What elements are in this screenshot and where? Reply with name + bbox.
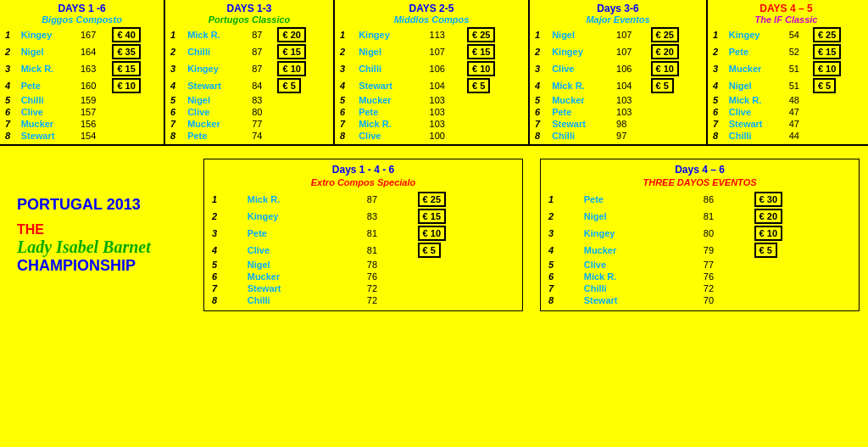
rank-cell: 3 [337,60,356,77]
rank-cell: 1 [532,26,549,43]
name-cell: Nigel [549,26,614,43]
table-row: 6Mick R.76 [545,271,854,282]
score-cell: 52 [787,43,810,60]
rank-cell: 1 [3,26,19,43]
table-row: 3Mick R.163€ 15 [3,60,161,77]
prize-cell: € 5 [465,77,526,94]
table-row: 6Clive80 [168,106,331,118]
rank-cell: 6 [3,106,19,118]
rank-cell: 4 [532,77,549,94]
prize-cell-empty [648,94,704,106]
name-cell: Chilli [356,60,426,77]
prize-cell-empty [810,94,862,106]
score-cell: 104 [614,77,648,94]
rank-cell: 7 [710,118,726,130]
prize-cell: € 25 [648,26,704,43]
name-cell: Kingey [726,26,787,43]
name-cell: Chilli [549,130,614,142]
table-row: 8Chilli97 [532,130,704,142]
score-cell: 77 [700,259,751,271]
prize-cell: € 10 [465,60,526,77]
name-cell: Mucker [19,118,78,130]
rank-cell: 6 [710,106,726,118]
name-cell: Clive [244,242,364,259]
prize-cell-empty [648,130,704,142]
rank-cell: 2 [337,43,356,60]
table-row: 1Mick R.87€ 25 [209,191,518,208]
prize-cell-empty [648,118,704,130]
name-cell: Nigel [356,43,426,60]
board-days1-6: DAYS 1 -6Biggos Composto1Kingey167€ 402N… [0,0,165,144]
sub-board-title-days1-4-6: Days 1 - 4 - 6 [209,164,518,176]
portugal-title: PORTUGAL 2013 [17,196,186,214]
lady-label: Lady Isabel Barnet [17,237,186,257]
prize-cell-empty [648,106,704,118]
name-cell: Clive [356,130,426,142]
score-cell: 81 [364,242,415,259]
rank-cell: 7 [168,118,185,130]
sub-board-subtitle-days4-6: THREE DAYOS EVENTOS [545,177,854,187]
name-cell: Nigel [726,77,787,94]
table-row: 5Chilli159 [3,94,161,106]
table-row: 2Kingey107€ 20 [532,43,704,60]
rank-cell: 8 [545,294,581,306]
score-cell: 70 [700,294,751,306]
name-cell: Stewart [19,130,78,142]
table-row: 4Clive81€ 5 [209,242,518,259]
rank-cell: 8 [710,130,726,142]
name-cell: Mick R. [549,77,614,94]
score-cell: 47 [787,106,810,118]
name-cell: Mucker [549,94,614,106]
prize-cell: € 10 [109,77,161,94]
championship-label: CHAMPIONSHIP [17,257,186,275]
bottom-section: PORTUGAL 2013 THE Lady Isabel Barnet CHA… [0,146,868,324]
prize-cell: € 5 [648,77,704,94]
score-cell: 87 [249,60,275,77]
table-row: 7Stewart98 [532,118,704,130]
name-cell: Stewart [185,77,249,94]
score-cell: 103 [427,106,465,118]
sub-board-title-days4-6: Days 4 – 6 [545,164,854,176]
score-cell: 163 [78,60,109,77]
table-row: 1Nigel107€ 25 [532,26,704,43]
score-cell: 76 [700,271,751,282]
table-row: 4Stewart84€ 5 [168,77,331,94]
score-cell: 103 [614,94,648,106]
name-cell: Mucker [726,60,787,77]
prize-cell: € 15 [275,43,331,60]
prize-cell: € 15 [810,43,862,60]
table-row: 7Mucker77 [168,118,331,130]
prize-cell-empty [109,106,161,118]
name-cell: Nigel [19,43,78,60]
name-cell: Mick R. [356,118,426,130]
prize-cell-empty [415,271,518,282]
score-cell: 97 [614,130,648,142]
prize-cell: € 10 [275,60,331,77]
table-row: 2Nigel107€ 15 [337,43,526,60]
table-row: 5Mucker103 [337,94,526,106]
prize-cell: € 20 [648,43,704,60]
table-row: 3Mucker51€ 10 [710,60,862,77]
board-title-days3-6: Days 3-6 [532,3,704,14]
rank-cell: 8 [209,294,244,306]
name-cell: Clive [185,106,249,118]
name-cell: Clive [726,106,787,118]
rank-cell: 7 [545,282,581,294]
rank-cell: 8 [3,130,19,142]
table-row: 1Kingey54€ 25 [710,26,862,43]
rank-cell: 1 [710,26,726,43]
rank-cell: 6 [168,106,185,118]
table-row: 2Nigel164€ 35 [3,43,161,60]
prize-cell: € 25 [415,191,518,208]
score-cell: 106 [427,60,465,77]
rank-cell: 3 [168,60,185,77]
prize-cell-empty [751,271,854,282]
score-cell: 87 [249,26,275,43]
name-cell: Mick R. [581,271,700,282]
rank-cell: 8 [532,130,549,142]
name-cell: Pete [726,43,787,60]
rank-cell: 5 [710,94,726,106]
prize-cell: € 5 [415,242,518,259]
score-cell: 80 [700,225,751,242]
score-cell: 79 [700,242,751,259]
